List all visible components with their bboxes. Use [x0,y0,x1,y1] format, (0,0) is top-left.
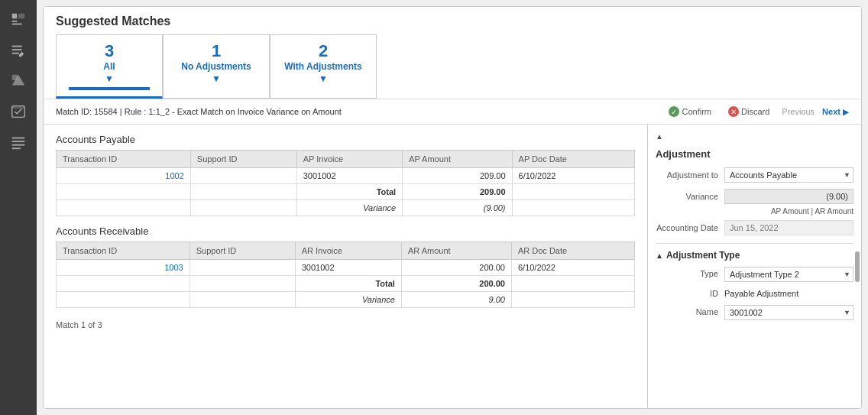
tab-with-adj-arrow: ▼ [283,73,364,84]
tab-all-label: All [69,61,150,72]
type-label: Type [656,267,724,278]
shapes-icon[interactable] [5,67,32,95]
svg-rect-10 [12,106,25,109]
ar-invoice: 3001002 [295,260,401,276]
tab-with-adjustments[interactable]: 2 With Adjustments ▼ [270,34,377,99]
scrollbar-thumb [855,251,860,282]
tab-no-adj-label: No Adjustments [176,61,257,72]
ar-total-empty2 [511,276,634,292]
ar-total-label: Total [295,276,401,292]
scroll-up-indicator: ▲ [656,132,663,141]
ar-variance-empty2 [511,292,634,308]
ap-variance-row: Variance (9.00) [57,200,635,216]
ap-amount: 209.00 [403,168,512,184]
svg-rect-11 [12,138,25,139]
ar-col-doc-date: AR Doc Date [511,242,634,260]
panel-title: Suggested Matches [56,15,849,28]
main-content: Suggested Matches 3 All ▼ 1 No Adjustmen… [37,0,868,415]
edit-list-icon[interactable] [5,37,32,64]
tab-all-count: 3 [69,41,150,61]
confirm-label: Confirm [682,107,711,116]
ap-variance-label-cell [57,200,191,216]
svg-rect-13 [12,144,25,146]
discard-button[interactable]: ✕ Discard [724,104,774,119]
ar-col-transaction-id: Transaction ID [57,242,190,260]
adjustment-to-select[interactable]: Accounts Payable [724,167,853,183]
ar-variance-empty1 [189,292,295,308]
ar-col-support-id: Support ID [189,242,295,260]
type-select[interactable]: Adjustment Type 2 [724,267,853,282]
adjustment-to-field: Adjustment to Accounts Payable ▼ [656,167,853,183]
svg-rect-12 [12,141,25,142]
adjustment-panel: ▲ Adjustment Adjustment to Accounts Paya… [647,125,861,408]
ar-total-row: Total 200.00 [57,276,635,292]
variance-label: Variance [656,192,724,201]
table-row: 1002 3001002 209.00 6/10/2022 [57,168,635,184]
adjustment-type-title: Adjustment Type [666,250,740,261]
svg-rect-5 [12,49,22,50]
svg-rect-8 [12,75,18,80]
svg-rect-1 [12,21,17,22]
ap-col-invoice: AP Invoice [296,151,402,168]
name-control: 3001002 ▼ [724,305,853,320]
name-select[interactable]: 3001002 [724,305,853,320]
ap-variance-amount: (9.00) [403,200,512,216]
ar-amount: 200.00 [401,260,511,276]
next-label: Next [822,107,840,116]
adjustment-to-select-wrapper: Accounts Payable ▼ [724,167,853,183]
svg-rect-2 [12,24,22,25]
tab-no-adj-count: 1 [176,41,257,61]
ap-invoice: 3001002 [296,168,402,184]
match-info-text: Match ID: 15584 | Rule : 1:1_2 - Exact M… [56,107,342,116]
accounting-date-row: Accounting Date Jun 15, 2022 [656,220,853,235]
ar-support-id [189,260,295,276]
type-field: Type Adjustment Type 2 ▼ [656,267,853,282]
ap-total-label-cell [57,184,191,200]
match-footer: Match 1 of 3 [56,317,635,332]
id-label: ID [656,287,724,298]
discard-icon: ✕ [728,106,739,117]
match-info-bar: Match ID: 15584 | Rule : 1:1_2 - Exact M… [44,99,861,125]
type-select-wrapper: Adjustment Type 2 ▼ [724,267,853,282]
ap-variance-empty1 [190,200,296,216]
ap-total-empty1 [190,184,296,200]
discard-label: Discard [741,107,769,116]
ap-total-label: Total [296,184,402,200]
adjustment-to-control: Accounts Payable ▼ [724,167,853,183]
previous-label: Previous [782,107,815,116]
type-control: Adjustment Type 2 ▼ [724,267,853,282]
svg-rect-3 [18,14,24,18]
table-row: 1003 3001002 200.00 6/10/2022 [57,260,635,276]
tab-no-adjustments[interactable]: 1 No Adjustments ▼ [163,34,270,99]
accounts-receivable-table: Transaction ID Support ID AR Invoice AR … [56,242,635,308]
panel-header: Suggested Matches 3 All ▼ 1 No Adjustmen… [44,7,861,99]
name-select-wrapper: 3001002 ▼ [724,305,853,320]
adjustment-type-header: ▲ Adjustment Type [656,243,853,261]
document-list-icon[interactable] [5,6,32,34]
ar-variance-label-cell [57,292,190,308]
previous-button[interactable]: Previous [782,107,815,116]
ar-variance-label: Variance [295,292,401,308]
adjustment-to-label: Adjustment to [656,170,724,180]
collapse-icon[interactable]: ▲ [656,251,663,260]
checklist-icon[interactable] [5,98,32,125]
tab-with-adj-label: With Adjustments [283,61,364,72]
accounts-receivable-title: Accounts Receivable [56,225,635,237]
tab-all[interactable]: 3 All ▼ [56,34,163,99]
accounting-date-label: Accounting Date [656,223,724,232]
tab-no-adj-arrow: ▼ [176,73,257,84]
ap-transaction-id: 1002 [57,168,191,184]
adjustment-type-section: ▲ Adjustment Type Type Adjustment Type 2 [656,243,853,320]
svg-rect-0 [12,14,17,18]
svg-rect-14 [12,148,21,149]
ar-total-empty1 [189,276,295,292]
ar-col-amount: AR Amount [401,242,511,260]
confirm-button[interactable]: ✓ Confirm [664,104,716,119]
lines-icon[interactable] [5,128,32,156]
ap-col-support-id: Support ID [190,151,296,168]
ar-variance-amount: 9.00 [401,292,511,308]
next-button[interactable]: Next ▶ [822,107,849,116]
accounts-payable-table: Transaction ID Support ID AP Invoice AP … [56,150,635,216]
accounting-date-value: Jun 15, 2022 [724,220,853,235]
id-field: ID Payable Adjustment [656,287,853,300]
